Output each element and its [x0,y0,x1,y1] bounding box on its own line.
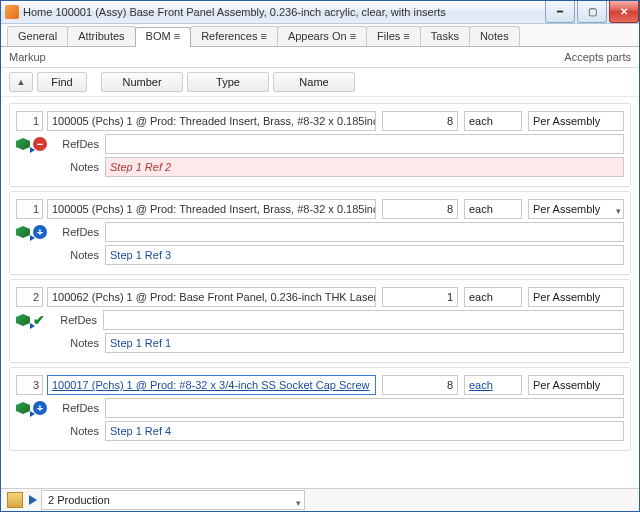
refdes-field[interactable] [105,134,624,154]
quantity-field[interactable]: 8 [382,199,458,219]
per-field[interactable]: Per Assembly [528,111,624,131]
row-index: 1 [16,111,43,131]
bom-row[interactable]: 3100017 (Pchs) 1 @ Prod: #8-32 x 3/4-inc… [9,367,631,451]
col-type[interactable]: Type [187,72,269,92]
column-header-row: ▲ Find Number Type Name [1,68,639,97]
refdes-field[interactable] [105,398,624,418]
sort-button[interactable]: ▲ [9,72,33,92]
tab-bar: GeneralAttributesBOM ≡References ≡Appear… [1,24,639,47]
row-icons: ✔ [16,312,45,328]
row-icons: + [16,401,47,415]
col-name[interactable]: Name [273,72,355,92]
unit-field[interactable]: each [464,199,522,219]
chevron-up-icon: ▲ [17,77,26,87]
add-icon[interactable]: + [33,401,47,415]
refdes-label: RefDes [51,314,97,326]
minimize-button[interactable]: ━ [545,1,575,23]
play-icon[interactable] [29,495,37,505]
notes-field[interactable]: Step 1 Ref 2 [105,157,624,177]
window-buttons: ━ ▢ ✕ [543,1,639,23]
part-field[interactable]: 100005 (Pchs) 1 @ Prod: Threaded Insert,… [47,111,376,131]
row-icons: − [16,137,47,151]
refdes-field[interactable] [103,310,624,330]
app-window: Home 100001 (Assy) Base Front Panel Asse… [0,0,640,512]
notes-field[interactable]: Step 1 Ref 4 [105,421,624,441]
notes-label: Notes [53,249,99,261]
bom-row[interactable]: 2100062 (Pchs) 1 @ Prod: Base Front Pane… [9,279,631,363]
refdes-label: RefDes [53,402,99,414]
row-index: 3 [16,375,43,395]
quantity-field[interactable]: 8 [382,375,458,395]
bom-row[interactable]: 1100005 (Pchs) 1 @ Prod: Threaded Insert… [9,191,631,275]
row-index: 1 [16,199,43,219]
tab-files[interactable]: Files ≡ [366,26,421,46]
markup-label[interactable]: Markup [9,51,46,63]
row-index: 2 [16,287,43,307]
refdes-field[interactable] [105,222,624,242]
part-field[interactable]: 100017 (Pchs) 1 @ Prod: #8-32 x 3/4-inch… [47,375,376,395]
notes-field[interactable]: Step 1 Ref 3 [105,245,624,265]
quantity-field[interactable]: 8 [382,111,458,131]
quantity-field[interactable]: 1 [382,287,458,307]
unit-field[interactable]: each [464,287,522,307]
per-field[interactable]: Per Assembly [528,375,624,395]
chevron-down-icon: ▾ [616,202,621,220]
tab-general[interactable]: General [7,26,68,46]
unit-field[interactable]: each [464,375,522,395]
lock-icon[interactable] [7,492,23,508]
accepts-parts-label: Accepts parts [564,51,631,63]
notes-label: Notes [53,425,99,437]
maximize-icon: ▢ [588,6,597,17]
remove-icon[interactable]: − [33,137,47,151]
per-field[interactable]: Per Assembly [528,287,624,307]
part-field[interactable]: 100005 (Pchs) 1 @ Prod: Threaded Insert,… [47,199,376,219]
tab-references[interactable]: References ≡ [190,26,278,46]
bom-row[interactable]: 1100005 (Pchs) 1 @ Prod: Threaded Insert… [9,103,631,187]
bom-rows-container: 1100005 (Pchs) 1 @ Prod: Threaded Insert… [1,97,639,488]
part-field[interactable]: 100062 (Pchs) 1 @ Prod: Base Front Panel… [47,287,376,307]
minimize-icon: ━ [557,6,563,17]
status-text: 2 Production [48,494,110,506]
status-dropdown[interactable]: 2 Production ▾ [41,490,305,510]
chevron-down-icon: ▾ [296,494,301,512]
sub-toolbar: Markup Accepts parts [1,47,639,68]
tab-notes[interactable]: Notes [469,26,520,46]
component-icon[interactable] [16,314,30,326]
notes-label: Notes [53,337,99,349]
title-bar: Home 100001 (Assy) Base Front Panel Asse… [1,1,639,24]
col-number[interactable]: Number [101,72,183,92]
component-icon[interactable] [16,402,30,414]
component-icon[interactable] [16,226,30,238]
tab-attributes[interactable]: Attributes [67,26,135,46]
tab-bom[interactable]: BOM ≡ [135,27,192,47]
notes-label: Notes [53,161,99,173]
close-button[interactable]: ✕ [609,1,639,23]
close-icon: ✕ [620,6,628,17]
window-title: Home 100001 (Assy) Base Front Panel Asse… [23,6,543,18]
notes-field[interactable]: Step 1 Ref 1 [105,333,624,353]
status-bar: 2 Production ▾ [1,488,639,511]
component-icon[interactable] [16,138,30,150]
add-icon[interactable]: + [33,225,47,239]
maximize-button[interactable]: ▢ [577,1,607,23]
unit-field[interactable]: each [464,111,522,131]
per-field[interactable]: Per Assembly▾ [528,199,624,219]
app-icon [5,5,19,19]
row-icons: + [16,225,47,239]
refdes-label: RefDes [53,226,99,238]
find-button[interactable]: Find [37,72,87,92]
refdes-label: RefDes [53,138,99,150]
tab-tasks[interactable]: Tasks [420,26,470,46]
tab-appearson[interactable]: Appears On ≡ [277,26,367,46]
